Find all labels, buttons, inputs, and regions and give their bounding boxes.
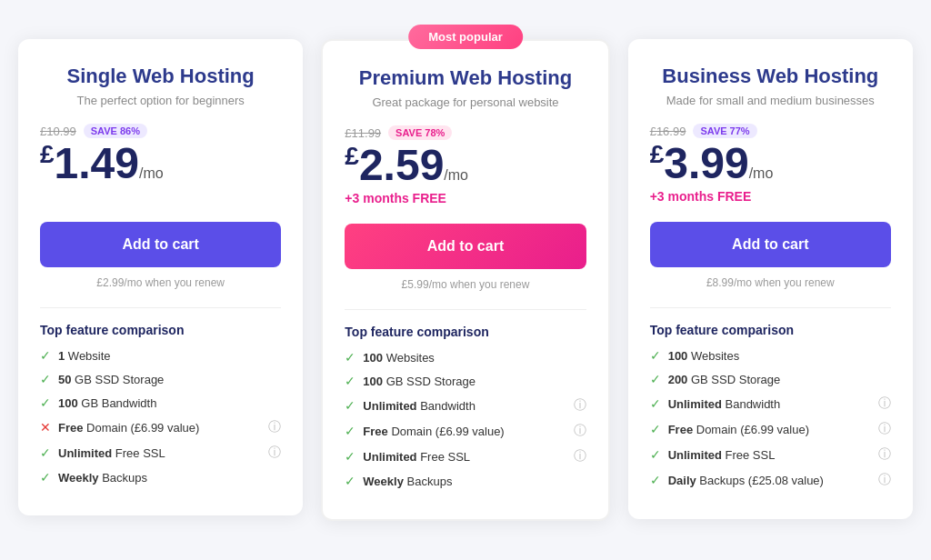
- save-badge: SAVE 77%: [693, 124, 756, 138]
- check-icon: ✓: [650, 396, 661, 411]
- feature-list: ✓ 1 Website ✓ 50 GB SSD Storage ✓ 100 GB…: [40, 348, 281, 485]
- check-icon: ✓: [650, 447, 661, 462]
- info-icon[interactable]: ⓘ: [878, 472, 891, 488]
- feature-list: ✓ 100 Websites ✓ 100 GB SSD Storage ✓ Un…: [345, 350, 586, 488]
- info-icon[interactable]: ⓘ: [878, 446, 891, 463]
- pricing-row: £10.99 SAVE 86%: [40, 124, 281, 138]
- feature-section-title: Top feature comparison: [40, 323, 281, 337]
- plan-card-premium: Most popular Premium Web Hosting Great p…: [321, 39, 609, 521]
- pricing-row: £16.99 SAVE 77%: [650, 124, 891, 138]
- feature-item: ✓ Weekly Backups: [345, 474, 586, 488]
- check-icon: ✓: [345, 350, 355, 365]
- currency: £: [650, 140, 665, 168]
- feature-left: ✓ 100 Websites: [650, 348, 740, 363]
- feature-text: 200 GB SSD Storage: [668, 373, 781, 386]
- feature-left: ✓ Weekly Backups: [40, 470, 147, 485]
- check-icon: ✓: [345, 474, 355, 488]
- divider: [345, 309, 586, 310]
- feature-item: ✓ Unlimited Free SSL ⓘ: [40, 445, 281, 461]
- plan-subtitle: Made for small and medium businesses: [650, 94, 891, 107]
- months-free: +3 months FREE: [650, 189, 891, 207]
- info-icon[interactable]: ⓘ: [878, 395, 891, 412]
- feature-left: ✓ Free Domain (£6.99 value): [345, 424, 504, 438]
- original-price: £16.99: [650, 125, 686, 138]
- feature-section-title: Top feature comparison: [650, 323, 891, 337]
- check-icon: ✓: [40, 395, 51, 410]
- feature-left: ✓ Unlimited Free SSL: [40, 445, 165, 460]
- plan-title: Premium Web Hosting: [345, 66, 586, 90]
- renew-price: £5.99/mo when you renew: [345, 278, 586, 291]
- feature-text: Weekly Backups: [363, 475, 452, 488]
- feature-section-title: Top feature comparison: [345, 325, 586, 339]
- feature-item: ✓ 1 Website: [40, 348, 281, 363]
- info-icon[interactable]: ⓘ: [268, 445, 281, 461]
- feature-text: Unlimited Free SSL: [58, 446, 165, 460]
- feature-text: 100 GB SSD Storage: [363, 375, 476, 388]
- plan-subtitle: The perfect option for beginners: [40, 94, 281, 107]
- currency: £: [40, 140, 55, 168]
- divider: [650, 307, 891, 308]
- feature-left: ✓ 50 GB SSD Storage: [40, 372, 164, 386]
- feature-item: ✓ 100 GB Bandwidth: [40, 395, 281, 410]
- feature-text: Unlimited Free SSL: [363, 450, 470, 464]
- info-icon[interactable]: ⓘ: [574, 448, 586, 465]
- add-to-cart-button[interactable]: Add to cart: [40, 222, 281, 267]
- per-mo: /mo: [139, 165, 164, 181]
- info-icon[interactable]: ⓘ: [878, 421, 891, 437]
- info-icon[interactable]: ⓘ: [574, 423, 586, 439]
- feature-text: Unlimited Bandwidth: [668, 397, 781, 411]
- original-price: £10.99: [40, 125, 76, 138]
- check-icon: ✓: [345, 424, 355, 438]
- feature-text: Unlimited Bandwidth: [363, 399, 476, 413]
- feature-item: ✓ Unlimited Bandwidth ⓘ: [345, 397, 586, 414]
- feature-left: ✓ 100 GB SSD Storage: [345, 374, 476, 388]
- feature-left: ✓ Daily Backups (£25.08 value): [650, 473, 824, 487]
- plan-title: Single Web Hosting: [40, 65, 281, 88]
- pricing-container: Single Web Hosting The perfect option fo…: [18, 39, 913, 521]
- feature-left: ✓ Unlimited Bandwidth: [345, 398, 476, 413]
- per-mo: /mo: [444, 167, 468, 183]
- plan-card-business: Business Web Hosting Made for small and …: [628, 39, 913, 519]
- feature-text: 1 Website: [58, 349, 111, 363]
- check-icon: ✓: [345, 374, 355, 388]
- price-block: £10.99 SAVE 86% £1.49/mo: [40, 124, 281, 207]
- info-icon[interactable]: ⓘ: [574, 397, 586, 414]
- check-icon: ✓: [40, 372, 51, 386]
- feature-text: Free Domain (£6.99 value): [58, 421, 199, 435]
- feature-text: Free Domain (£6.99 value): [363, 425, 504, 438]
- save-badge: SAVE 78%: [388, 125, 452, 140]
- feature-item: ✓ 100 Websites: [345, 350, 586, 365]
- feature-item: ✓ 100 GB SSD Storage: [345, 374, 586, 388]
- feature-item: ✕ Free Domain (£6.99 value) ⓘ: [40, 419, 281, 435]
- feature-item: ✓ Free Domain (£6.99 value) ⓘ: [345, 423, 586, 439]
- feature-text: 50 GB SSD Storage: [58, 373, 164, 386]
- feature-item: ✓ Free Domain (£6.99 value) ⓘ: [650, 421, 891, 437]
- pricing-row: £11.99 SAVE 78%: [345, 125, 586, 140]
- per-mo: /mo: [749, 165, 774, 181]
- plan-title: Business Web Hosting: [650, 65, 891, 88]
- feature-text: 100 Websites: [363, 351, 435, 365]
- feature-text: Weekly Backups: [58, 471, 147, 485]
- save-badge: SAVE 86%: [84, 124, 147, 138]
- original-price: £11.99: [345, 126, 381, 140]
- feature-text: 100 GB Bandwidth: [58, 396, 156, 410]
- main-price: £1.49/mo: [40, 142, 281, 185]
- feature-left: ✓ 1 Website: [40, 348, 111, 363]
- feature-left: ✓ Weekly Backups: [345, 474, 452, 488]
- info-icon[interactable]: ⓘ: [268, 419, 281, 435]
- check-icon: ✓: [40, 470, 51, 485]
- feature-item: ✓ Unlimited Bandwidth ⓘ: [650, 395, 891, 412]
- feature-item: ✓ 200 GB SSD Storage: [650, 372, 891, 386]
- add-to-cart-button[interactable]: Add to cart: [650, 222, 891, 267]
- feature-left: ✓ Unlimited Free SSL: [345, 449, 470, 464]
- feature-left: ✓ 200 GB SSD Storage: [650, 372, 781, 386]
- add-to-cart-button[interactable]: Add to cart: [345, 224, 586, 269]
- check-icon: ✓: [650, 473, 661, 487]
- check-icon: ✓: [345, 449, 355, 464]
- check-icon: ✓: [40, 445, 51, 460]
- feature-left: ✓ Unlimited Bandwidth: [650, 396, 781, 411]
- price-block: £16.99 SAVE 77% £3.99/mo +3 months FREE: [650, 124, 891, 207]
- check-icon: ✓: [650, 422, 661, 436]
- feature-item: ✓ 100 Websites: [650, 348, 891, 363]
- feature-list: ✓ 100 Websites ✓ 200 GB SSD Storage ✓ Un…: [650, 348, 891, 488]
